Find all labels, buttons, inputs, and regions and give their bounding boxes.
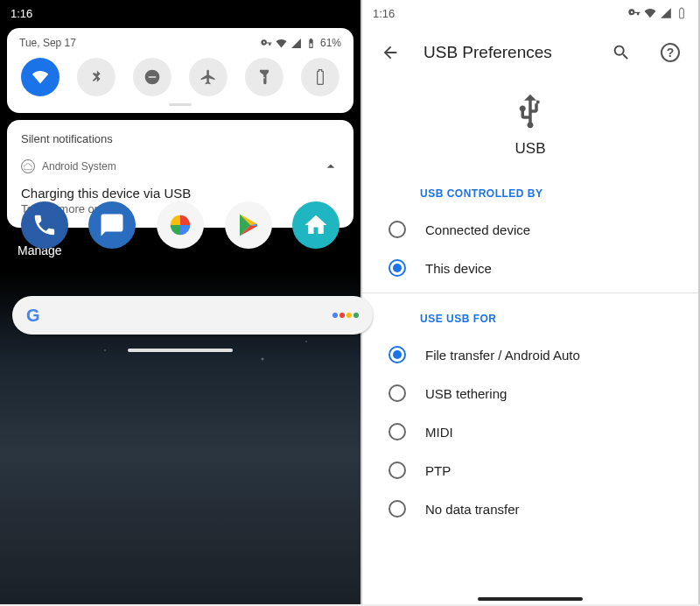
qs-tile-dnd[interactable] [133,58,172,96]
radio-label: Connected device [425,222,530,237]
battery-status-icon [676,7,688,19]
controlled-by-option[interactable]: Connected device [362,210,698,249]
radio-button[interactable] [388,259,406,277]
nav-gesture-pill[interactable] [128,349,233,352]
usb-hero-label: USB [362,140,698,158]
notification-title: Charging this device via USB [21,186,340,201]
qs-tile-wifi[interactable] [21,58,60,96]
section-header-controlled-by: USB CONTROLLED BY [362,173,698,210]
nav-gesture-pill[interactable] [478,597,583,601]
radio-button[interactable] [388,384,406,402]
qs-date: Tue, Sep 17 [19,37,76,49]
messages-app-icon[interactable] [88,201,136,249]
google-search-bar[interactable]: G [12,296,373,335]
radio-label: File transfer / Android Auto [425,348,580,363]
qs-tile-battery-saver[interactable] [301,58,340,96]
qs-status-icons: 61% [261,37,341,49]
home-dock [0,201,360,249]
qs-tile-airplane[interactable] [189,58,228,96]
wifi-status-icon [644,7,656,19]
launcher-app-icon[interactable] [292,201,340,249]
status-clock: 1:16 [373,7,395,20]
use-usb-for-option[interactable]: No data transfer [362,490,698,528]
radio-label: This device [425,261,492,276]
quick-settings-panel: Tue, Sep 17 61% [7,28,354,113]
help-button[interactable]: ? [654,37,686,68]
notification-app-name: Android System [42,160,116,173]
search-button[interactable] [606,37,637,68]
page-title: USB Preferences [424,43,588,62]
radio-label: No data transfer [425,502,520,517]
status-bar: 1:16 [362,0,698,26]
collapse-icon[interactable] [322,158,340,175]
battery-status-icon [305,37,318,49]
use-usb-for-option[interactable]: PTP [362,451,698,490]
app-bar: USB Preferences ? [362,26,698,72]
vpn-key-icon [261,37,273,49]
radio-label: PTP [425,463,451,478]
notification-section-title: Silent notifications [21,132,340,145]
phone-app-icon[interactable] [21,201,68,249]
usb-hero: USB [362,72,698,173]
divider [362,292,698,293]
radio-button[interactable] [388,221,406,238]
photos-app-icon[interactable] [157,201,204,249]
controlled-by-option[interactable]: This device [362,249,698,287]
back-button[interactable] [374,37,406,68]
radio-label: MIDI [425,425,453,440]
wifi-status-icon [276,37,288,49]
qs-tile-bluetooth[interactable] [77,58,116,96]
use-usb-for-option[interactable]: USB tethering [362,374,698,412]
use-usb-for-option[interactable]: MIDI [362,412,698,451]
google-logo-icon: G [26,306,40,326]
radio-button[interactable] [388,462,406,479]
assistant-icon[interactable] [332,313,359,318]
play-store-app-icon[interactable] [225,201,272,249]
status-clock: 1:16 [10,7,32,20]
use-usb-for-option[interactable]: File transfer / Android Auto [362,335,698,374]
qs-tile-flashlight[interactable] [245,58,284,96]
radio-button[interactable] [388,346,406,363]
radio-button[interactable] [388,500,406,518]
qs-expand-handle[interactable] [169,103,192,106]
signal-icon [290,37,303,49]
help-icon: ? [661,43,680,62]
signal-icon [660,7,672,19]
section-header-use-for: USE USB FOR [362,299,698,335]
vpn-key-icon [628,7,640,19]
battery-percent: 61% [320,37,341,49]
radio-label: USB tethering [425,386,507,401]
radio-button[interactable] [388,423,406,440]
usb-icon [512,93,549,130]
status-bar: 1:16 [0,0,360,26]
android-system-icon [21,159,35,173]
